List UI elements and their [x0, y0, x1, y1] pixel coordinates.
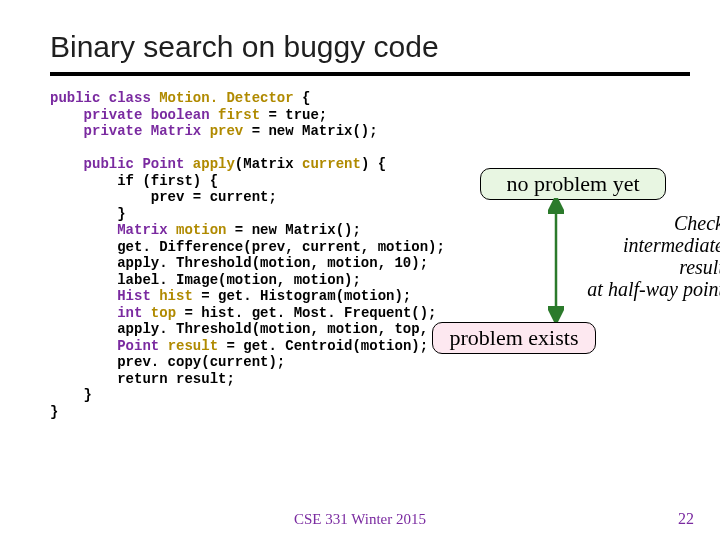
- code-text: public class: [50, 90, 159, 106]
- code-text: }: [50, 387, 92, 403]
- slide: Binary search on buggy code public class…: [0, 0, 720, 540]
- code-text: top: [151, 305, 176, 321]
- code-text: prev. copy(current);: [50, 354, 285, 370]
- code-text: Matrix: [50, 222, 176, 238]
- code-text: {: [294, 90, 311, 106]
- code-text: Point: [50, 338, 168, 354]
- title-rule: [50, 72, 690, 76]
- code-text: result: [168, 338, 218, 354]
- code-text: public Point: [50, 156, 193, 172]
- footer-text: CSE 331 Winter 2015: [0, 511, 720, 528]
- code-text: int: [50, 305, 151, 321]
- code-text: = new Matrix();: [226, 222, 360, 238]
- code-text: Motion. Detector: [159, 90, 293, 106]
- code-text: private boolean: [50, 107, 218, 123]
- code-text: = hist. get. Most. Frequent();: [176, 305, 436, 321]
- code-text: get. Difference(prev, current, motion);: [50, 239, 445, 255]
- code-text: apply: [193, 156, 235, 172]
- annotation-line: result: [679, 256, 720, 278]
- code-text: current: [302, 156, 361, 172]
- slide-title: Binary search on buggy code: [50, 30, 690, 64]
- code-text: Hist: [50, 288, 159, 304]
- code-text: label. Image(motion, motion);: [50, 272, 361, 288]
- code-text: = true;: [260, 107, 327, 123]
- callout-problem-exists: problem exists: [432, 322, 596, 354]
- code-text: (Matrix: [235, 156, 302, 172]
- code-text: }: [50, 404, 58, 420]
- code-text: prev = current;: [50, 189, 277, 205]
- code-text: }: [50, 206, 126, 222]
- code-text: prev: [210, 123, 244, 139]
- annotation-line: Check: [674, 212, 720, 234]
- double-arrow-icon: [548, 198, 564, 322]
- code-text: apply. Threshold(motion, motion, top, to…: [50, 321, 478, 337]
- callout-no-problem: no problem yet: [480, 168, 666, 200]
- code-text: private Matrix: [50, 123, 210, 139]
- code-text: hist: [159, 288, 193, 304]
- code-text: return result;: [50, 371, 235, 387]
- code-text: motion: [176, 222, 226, 238]
- code-text: = get. Centroid(motion);: [218, 338, 428, 354]
- annotation-check: Check intermediate result at half-way po…: [564, 212, 720, 300]
- code-text: = new Matrix();: [243, 123, 377, 139]
- annotation-line: intermediate: [623, 234, 720, 256]
- code-text: ) {: [361, 156, 386, 172]
- page-number: 22: [678, 510, 694, 528]
- code-text: first: [218, 107, 260, 123]
- code-text: if (first) {: [50, 173, 218, 189]
- annotation-line: at half-way point: [587, 278, 720, 300]
- code-text: apply. Threshold(motion, motion, 10);: [50, 255, 428, 271]
- code-text: = get. Histogram(motion);: [193, 288, 411, 304]
